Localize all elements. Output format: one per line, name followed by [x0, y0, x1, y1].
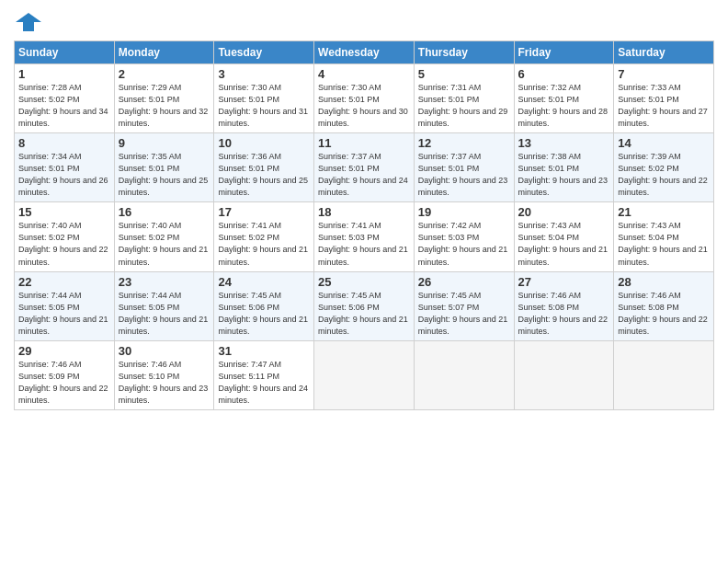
day-number: 19 [418, 205, 510, 219]
calendar-cell: 21Sunrise: 7:43 AMSunset: 5:04 PMDayligh… [614, 202, 714, 271]
day-number: 10 [218, 136, 310, 150]
day-number: 27 [518, 275, 610, 289]
day-number: 2 [119, 67, 210, 81]
day-info: Sunrise: 7:30 AMSunset: 5:01 PMDaylight:… [318, 82, 410, 130]
day-info: Sunrise: 7:35 AMSunset: 5:01 PMDaylight:… [119, 151, 210, 199]
day-number: 15 [18, 205, 110, 219]
calendar-container: SundayMondayTuesdayWednesdayThursdayFrid… [0, 0, 728, 418]
day-number: 6 [518, 67, 610, 81]
day-number: 17 [218, 205, 310, 219]
day-number: 5 [418, 67, 510, 81]
day-number: 21 [618, 205, 710, 219]
calendar-cell: 13Sunrise: 7:38 AMSunset: 5:01 PMDayligh… [514, 133, 614, 202]
day-info: Sunrise: 7:34 AMSunset: 5:01 PMDaylight:… [18, 151, 110, 199]
calendar-cell: 4Sunrise: 7:30 AMSunset: 5:01 PMDaylight… [314, 64, 415, 133]
day-info: Sunrise: 7:39 AMSunset: 5:02 PMDaylight:… [618, 151, 710, 199]
calendar-cell [314, 340, 415, 409]
day-info: Sunrise: 7:31 AMSunset: 5:01 PMDaylight:… [418, 82, 510, 130]
day-number: 28 [618, 275, 710, 289]
day-info: Sunrise: 7:43 AMSunset: 5:04 PMDaylight:… [618, 220, 710, 268]
day-number: 11 [318, 136, 410, 150]
calendar-cell: 27Sunrise: 7:46 AMSunset: 5:08 PMDayligh… [514, 271, 614, 340]
day-header-tuesday: Tuesday [214, 41, 314, 64]
day-info: Sunrise: 7:46 AMSunset: 5:09 PMDaylight:… [18, 359, 110, 407]
day-info: Sunrise: 7:44 AMSunset: 5:05 PMDaylight:… [18, 290, 110, 338]
day-info: Sunrise: 7:47 AMSunset: 5:11 PMDaylight:… [218, 359, 310, 407]
day-number: 9 [119, 136, 210, 150]
day-header-wednesday: Wednesday [314, 41, 415, 64]
day-info: Sunrise: 7:32 AMSunset: 5:01 PMDaylight:… [518, 82, 610, 130]
calendar-cell: 31Sunrise: 7:47 AMSunset: 5:11 PMDayligh… [214, 340, 314, 409]
calendar-cell: 12Sunrise: 7:37 AMSunset: 5:01 PMDayligh… [414, 133, 514, 202]
calendar-cell: 10Sunrise: 7:36 AMSunset: 5:01 PMDayligh… [214, 133, 314, 202]
week-row-4: 22Sunrise: 7:44 AMSunset: 5:05 PMDayligh… [15, 271, 714, 340]
day-info: Sunrise: 7:44 AMSunset: 5:05 PMDaylight:… [119, 290, 210, 338]
day-info: Sunrise: 7:41 AMSunset: 5:03 PMDaylight:… [318, 220, 410, 268]
day-number: 31 [218, 344, 310, 358]
day-info: Sunrise: 7:37 AMSunset: 5:01 PMDaylight:… [418, 151, 510, 199]
calendar-cell [414, 340, 514, 409]
calendar-cell: 18Sunrise: 7:41 AMSunset: 5:03 PMDayligh… [314, 202, 415, 271]
day-info: Sunrise: 7:38 AMSunset: 5:01 PMDaylight:… [518, 151, 610, 199]
day-number: 1 [18, 67, 110, 81]
day-info: Sunrise: 7:28 AMSunset: 5:02 PMDaylight:… [18, 82, 110, 130]
day-number: 30 [119, 344, 210, 358]
week-row-3: 15Sunrise: 7:40 AMSunset: 5:02 PMDayligh… [15, 202, 714, 271]
calendar-cell: 1Sunrise: 7:28 AMSunset: 5:02 PMDaylight… [15, 64, 115, 133]
day-info: Sunrise: 7:46 AMSunset: 5:08 PMDaylight:… [618, 290, 710, 338]
calendar-cell [514, 340, 614, 409]
calendar-cell: 28Sunrise: 7:46 AMSunset: 5:08 PMDayligh… [614, 271, 714, 340]
calendar-cell: 20Sunrise: 7:43 AMSunset: 5:04 PMDayligh… [514, 202, 614, 271]
calendar-cell: 14Sunrise: 7:39 AMSunset: 5:02 PMDayligh… [614, 133, 714, 202]
calendar-cell: 15Sunrise: 7:40 AMSunset: 5:02 PMDayligh… [15, 202, 115, 271]
day-number: 13 [518, 136, 610, 150]
day-info: Sunrise: 7:45 AMSunset: 5:06 PMDaylight:… [218, 290, 310, 338]
day-info: Sunrise: 7:40 AMSunset: 5:02 PMDaylight:… [18, 220, 110, 268]
day-number: 18 [318, 205, 410, 219]
day-info: Sunrise: 7:43 AMSunset: 5:04 PMDaylight:… [518, 220, 610, 268]
calendar-cell: 5Sunrise: 7:31 AMSunset: 5:01 PMDaylight… [414, 64, 514, 133]
calendar-cell: 3Sunrise: 7:30 AMSunset: 5:01 PMDaylight… [214, 64, 314, 133]
calendar-cell: 19Sunrise: 7:42 AMSunset: 5:03 PMDayligh… [414, 202, 514, 271]
day-number: 8 [18, 136, 110, 150]
day-header-friday: Friday [514, 41, 614, 64]
svg-marker-0 [16, 13, 41, 31]
calendar-cell: 24Sunrise: 7:45 AMSunset: 5:06 PMDayligh… [214, 271, 314, 340]
day-number: 25 [318, 275, 410, 289]
day-header-saturday: Saturday [614, 41, 714, 64]
calendar-cell: 11Sunrise: 7:37 AMSunset: 5:01 PMDayligh… [314, 133, 415, 202]
day-info: Sunrise: 7:30 AMSunset: 5:01 PMDaylight:… [218, 82, 310, 130]
calendar-cell: 8Sunrise: 7:34 AMSunset: 5:01 PMDaylight… [15, 133, 115, 202]
day-number: 4 [318, 67, 410, 81]
day-number: 7 [618, 67, 710, 81]
day-number: 16 [119, 205, 210, 219]
day-number: 23 [119, 275, 210, 289]
calendar-cell: 6Sunrise: 7:32 AMSunset: 5:01 PMDaylight… [514, 64, 614, 133]
day-info: Sunrise: 7:46 AMSunset: 5:10 PMDaylight:… [119, 359, 210, 407]
week-row-5: 29Sunrise: 7:46 AMSunset: 5:09 PMDayligh… [15, 340, 714, 409]
day-header-thursday: Thursday [414, 41, 514, 64]
calendar-cell: 25Sunrise: 7:45 AMSunset: 5:06 PMDayligh… [314, 271, 415, 340]
header-row [14, 9, 714, 35]
calendar-cell: 30Sunrise: 7:46 AMSunset: 5:10 PMDayligh… [114, 340, 214, 409]
day-info: Sunrise: 7:45 AMSunset: 5:06 PMDaylight:… [318, 290, 410, 338]
day-header-monday: Monday [114, 41, 214, 64]
calendar-cell: 23Sunrise: 7:44 AMSunset: 5:05 PMDayligh… [114, 271, 214, 340]
header-row-days: SundayMondayTuesdayWednesdayThursdayFrid… [15, 41, 714, 64]
week-row-2: 8Sunrise: 7:34 AMSunset: 5:01 PMDaylight… [15, 133, 714, 202]
day-number: 29 [18, 344, 110, 358]
day-info: Sunrise: 7:37 AMSunset: 5:01 PMDaylight:… [318, 151, 410, 199]
calendar-cell: 26Sunrise: 7:45 AMSunset: 5:07 PMDayligh… [414, 271, 514, 340]
logo [14, 9, 41, 35]
day-info: Sunrise: 7:46 AMSunset: 5:08 PMDaylight:… [518, 290, 610, 338]
day-number: 14 [618, 136, 710, 150]
day-info: Sunrise: 7:42 AMSunset: 5:03 PMDaylight:… [418, 220, 510, 268]
day-number: 3 [218, 67, 310, 81]
day-info: Sunrise: 7:33 AMSunset: 5:01 PMDaylight:… [618, 82, 710, 130]
day-number: 24 [218, 275, 310, 289]
day-number: 12 [418, 136, 510, 150]
week-row-1: 1Sunrise: 7:28 AMSunset: 5:02 PMDaylight… [15, 64, 714, 133]
day-number: 26 [418, 275, 510, 289]
calendar-cell: 16Sunrise: 7:40 AMSunset: 5:02 PMDayligh… [114, 202, 214, 271]
logo-bird-icon [16, 9, 41, 35]
